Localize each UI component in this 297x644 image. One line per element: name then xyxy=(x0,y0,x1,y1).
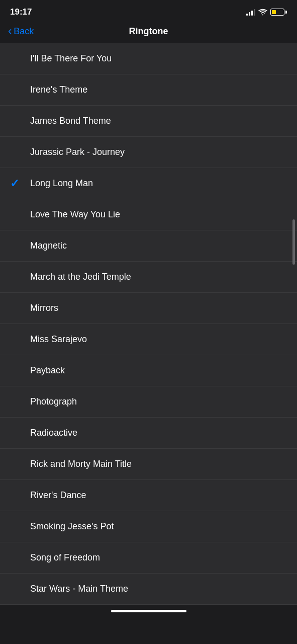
list-item[interactable]: ✓Long Long Man xyxy=(0,168,297,199)
list-item[interactable]: Mirrors xyxy=(0,293,297,324)
list-item[interactable]: Radioactive xyxy=(0,418,297,449)
ringtone-label: Irene's Theme xyxy=(30,85,87,95)
status-icons xyxy=(246,9,287,16)
scroll-indicator xyxy=(292,219,295,265)
list-item[interactable]: I'll Be There For You xyxy=(0,43,297,74)
checkmark-icon: ✓ xyxy=(10,177,22,190)
list-item[interactable]: Magnetic xyxy=(0,230,297,262)
list-item[interactable]: James Bond Theme xyxy=(0,106,297,137)
list-item[interactable]: River's Dance xyxy=(0,480,297,511)
list-item[interactable]: Photograph xyxy=(0,386,297,418)
status-time: 19:17 xyxy=(10,7,32,17)
ringtone-label: I'll Be There For You xyxy=(30,53,112,64)
ringtone-label: James Bond Theme xyxy=(30,116,111,126)
list-item[interactable]: Jurassic Park - Journey xyxy=(0,137,297,168)
list-item[interactable]: Irene's Theme xyxy=(0,74,297,106)
list-item[interactable]: Star Wars - Main Theme xyxy=(0,574,297,605)
status-bar: 19:17 xyxy=(0,0,297,22)
ringtone-label: Photograph xyxy=(30,396,77,407)
back-chevron-icon: ‹ xyxy=(8,26,12,37)
ringtone-label: Payback xyxy=(30,365,65,376)
back-button[interactable]: ‹ Back xyxy=(8,26,34,37)
ringtone-label: Long Long Man xyxy=(30,178,93,189)
ringtone-label: Rick and Morty Main Title xyxy=(30,459,132,469)
list-item[interactable]: Rick and Morty Main Title xyxy=(0,449,297,480)
nav-bar: ‹ Back Ringtone xyxy=(0,22,297,43)
ringtone-label: River's Dance xyxy=(30,490,86,501)
ringtone-label: Star Wars - Main Theme xyxy=(30,584,128,594)
page-title: Ringtone xyxy=(129,26,168,37)
home-bar xyxy=(111,610,186,612)
list-item[interactable]: Smoking Jesse's Pot xyxy=(0,511,297,542)
battery-icon xyxy=(270,9,287,16)
ringtone-list-container: I'll Be There For YouIrene's ThemeJames … xyxy=(0,43,297,605)
list-item[interactable]: Payback xyxy=(0,355,297,386)
ringtone-label: Jurassic Park - Journey xyxy=(30,147,125,157)
ringtone-label: March at the Jedi Temple xyxy=(30,272,131,282)
ringtone-label: Song of Freedom xyxy=(30,552,100,563)
list-item[interactable]: Love The Way You Lie xyxy=(0,199,297,230)
list-item[interactable]: Miss Sarajevo xyxy=(0,324,297,355)
list-item[interactable]: Song of Freedom xyxy=(0,542,297,574)
ringtone-label: Radioactive xyxy=(30,428,77,438)
ringtone-label: Smoking Jesse's Pot xyxy=(30,521,114,532)
signal-icon xyxy=(246,9,255,16)
ringtone-label: Magnetic xyxy=(30,240,67,251)
ringtone-list: I'll Be There For YouIrene's ThemeJames … xyxy=(0,43,297,605)
home-indicator xyxy=(0,605,297,619)
ringtone-label: Mirrors xyxy=(30,303,58,313)
list-item[interactable]: March at the Jedi Temple xyxy=(0,262,297,293)
wifi-icon xyxy=(258,9,267,16)
ringtone-label: Love The Way You Lie xyxy=(30,209,120,220)
back-label: Back xyxy=(14,26,34,37)
ringtone-label: Miss Sarajevo xyxy=(30,334,87,345)
